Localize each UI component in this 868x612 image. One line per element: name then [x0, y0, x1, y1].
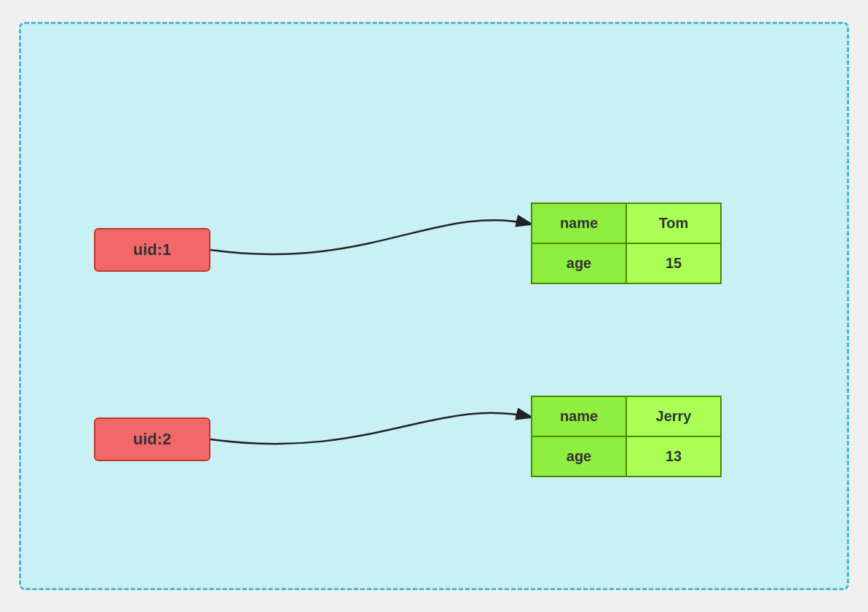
- key-cell-age: age: [532, 436, 626, 476]
- main-canvas: uid:1nameTomage15uid:2nameJerryage13: [19, 22, 849, 590]
- val-cell-age: 15: [626, 243, 721, 283]
- arrows-layer: [21, 24, 847, 588]
- val-cell-name: Tom: [626, 203, 721, 243]
- uid-box-1: uid:1: [94, 228, 210, 272]
- val-cell-name: Jerry: [626, 396, 721, 436]
- key-cell-name: name: [532, 396, 626, 436]
- record-table-1: nameTomage15: [531, 203, 722, 284]
- val-cell-age: 13: [626, 436, 721, 476]
- uid-box-2: uid:2: [94, 417, 210, 461]
- record-table-2: nameJerryage13: [531, 396, 722, 477]
- connection-arrow-2: [210, 413, 532, 444]
- key-cell-name: name: [532, 203, 626, 243]
- key-cell-age: age: [532, 243, 626, 283]
- connection-arrow-1: [210, 220, 532, 254]
